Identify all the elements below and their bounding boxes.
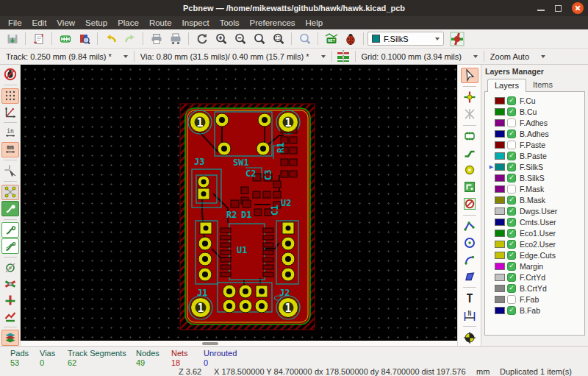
curved-ratsnest-button[interactable] xyxy=(1,201,19,216)
maximize-button[interactable] xyxy=(555,5,562,12)
draw-circle-button[interactable] xyxy=(461,235,478,251)
refresh-view-button[interactable] xyxy=(193,31,211,47)
print-button[interactable] xyxy=(147,31,165,47)
drc-off-button[interactable] xyxy=(1,67,19,82)
layer-color-swatch[interactable] xyxy=(495,207,505,215)
layer-row[interactable]: ✓B.CrtYd xyxy=(487,283,584,294)
layer-row[interactable]: F.Mask xyxy=(487,183,584,194)
add-via-button[interactable] xyxy=(461,162,478,178)
menu-help[interactable]: Help xyxy=(301,18,329,27)
zoom-in-button[interactable] xyxy=(212,31,230,47)
zoom-fit-button[interactable] xyxy=(250,31,268,47)
layer-color-swatch[interactable] xyxy=(495,130,505,138)
highlight-net-button[interactable] xyxy=(461,89,478,105)
polar-coordinates-button[interactable] xyxy=(1,104,19,120)
cursor-shape-button[interactable] xyxy=(1,163,19,179)
pcb-canvas[interactable]: 1 1 1 1 J3 SW1 C2 C3 R1 R2 D1 U2 C1 U1 xyxy=(21,65,457,341)
layer-visibility-checkbox[interactable]: ✓ xyxy=(507,240,516,249)
layer-row[interactable]: F.Adhes xyxy=(487,117,584,128)
menu-edit[interactable]: Edit xyxy=(27,18,52,27)
high-contrast-button[interactable] xyxy=(1,330,19,345)
layer-color-swatch[interactable] xyxy=(495,152,505,160)
layer-visibility-checkbox[interactable]: ✓ xyxy=(507,96,516,105)
minimize-button[interactable] xyxy=(537,10,545,11)
layer-row[interactable]: ✓Margin xyxy=(487,260,584,272)
via-size-select[interactable]: Via: 0.80 mm (31.5 mils)/ 0.40 mm (15.7 … xyxy=(135,49,331,64)
zoom-selection-button[interactable] xyxy=(269,31,287,47)
zone-display-filled-button[interactable] xyxy=(1,222,19,238)
layer-visibility-checkbox[interactable]: ✓ xyxy=(507,218,516,227)
layer-row[interactable]: ✓Eco1.User xyxy=(487,227,584,238)
layer-visibility-checkbox[interactable]: ✓ xyxy=(507,284,516,293)
layer-color-swatch[interactable] xyxy=(495,174,505,182)
menu-view[interactable]: View xyxy=(51,18,80,27)
plot-button[interactable] xyxy=(166,31,184,47)
layer-color-swatch[interactable] xyxy=(495,119,505,127)
layer-row[interactable]: ✓B.Cu xyxy=(487,106,584,117)
select-tool-button[interactable] xyxy=(461,68,478,84)
horizontal-scrollbar[interactable] xyxy=(21,341,457,346)
pad-outline-button[interactable] xyxy=(1,292,19,308)
layer-row[interactable]: ✓B.Mask xyxy=(487,194,584,205)
layer-visibility-checkbox[interactable] xyxy=(507,118,516,127)
layer-color-swatch[interactable] xyxy=(495,108,505,116)
layer-visibility-checkbox[interactable]: ✓ xyxy=(507,130,516,138)
add-footprint-button[interactable] xyxy=(461,128,478,144)
layer-row[interactable]: ✓B.SilkS xyxy=(487,172,584,183)
layer-color-swatch[interactable] xyxy=(495,241,505,248)
add-zone-button[interactable] xyxy=(461,179,478,195)
find-button[interactable] xyxy=(295,31,314,47)
layer-visibility-checkbox[interactable]: ✓ xyxy=(507,196,516,205)
add-keepout-button[interactable] xyxy=(461,196,478,212)
layer-color-swatch[interactable] xyxy=(495,285,505,292)
layer-visibility-checkbox[interactable] xyxy=(507,185,516,194)
layer-row[interactable]: F.Paste xyxy=(487,139,584,150)
route-track-button[interactable] xyxy=(461,145,478,161)
layer-visibility-checkbox[interactable]: ✓ xyxy=(507,273,516,282)
track-width-select[interactable]: Track: 0.250 mm (9.84 mils) * xyxy=(0,49,134,64)
layer-visibility-checkbox[interactable]: ✓ xyxy=(507,174,516,182)
save-button[interactable] xyxy=(3,31,21,47)
grid-select[interactable]: Grid: 0.1000 mm (3.94 mils) xyxy=(356,49,484,64)
layer-row[interactable]: ✓Edge.Cuts xyxy=(487,249,584,260)
library-browser-button[interactable] xyxy=(75,31,93,47)
local-ratsnest-button[interactable] xyxy=(461,106,478,122)
menu-inspect[interactable]: Inspect xyxy=(177,18,215,27)
netlist-button[interactable]: NET xyxy=(322,31,340,47)
auto-track-width-button[interactable] xyxy=(334,49,353,65)
via-layer-pair-button[interactable] xyxy=(448,31,466,47)
horizontal-scrollbar-thumb[interactable] xyxy=(202,342,218,345)
tab-items[interactable]: Items xyxy=(526,79,559,92)
drc-button[interactable] xyxy=(341,31,359,47)
draw-line-button[interactable] xyxy=(461,218,478,234)
units-mm-button[interactable]: mm xyxy=(1,142,19,157)
units-inches-button[interactable]: in xyxy=(1,126,19,141)
layer-row[interactable]: ✓Cmts.User xyxy=(487,216,584,227)
menu-preferences[interactable]: Preferences xyxy=(245,18,301,27)
ratsnest-visibility-button[interactable] xyxy=(1,185,19,200)
layer-color-swatch[interactable] xyxy=(495,307,505,314)
undo-button[interactable] xyxy=(101,31,120,47)
menu-place[interactable]: Place xyxy=(112,18,144,27)
layer-row[interactable]: ✓Dwgs.User xyxy=(487,205,584,216)
grid-visibility-button[interactable] xyxy=(1,88,19,104)
layer-color-swatch[interactable] xyxy=(495,274,505,281)
layer-row[interactable]: ✓Eco2.User xyxy=(487,238,584,249)
layer-visibility-checkbox[interactable] xyxy=(507,295,516,304)
layer-visibility-checkbox[interactable] xyxy=(507,141,516,149)
layer-color-swatch[interactable] xyxy=(495,230,505,237)
close-button[interactable] xyxy=(572,2,584,14)
layer-visibility-checkbox[interactable]: ✓ xyxy=(507,229,516,238)
via-outline-button[interactable] xyxy=(1,260,19,275)
draw-arc-button[interactable] xyxy=(461,252,478,268)
zone-display-outline-button[interactable] xyxy=(1,238,19,254)
layer-color-swatch[interactable] xyxy=(495,263,505,270)
layer-color-swatch[interactable] xyxy=(495,252,505,259)
layer-visibility-checkbox[interactable]: ✓ xyxy=(507,251,516,260)
layer-visibility-checkbox[interactable]: ✓ xyxy=(507,306,516,315)
layer-row[interactable]: ✓B.Paste xyxy=(487,150,584,161)
layer-visibility-checkbox[interactable]: ✓ xyxy=(507,163,516,171)
page-settings-button[interactable] xyxy=(29,31,48,47)
add-text-button[interactable]: T xyxy=(461,291,478,307)
menu-setup[interactable]: Setup xyxy=(80,18,112,27)
